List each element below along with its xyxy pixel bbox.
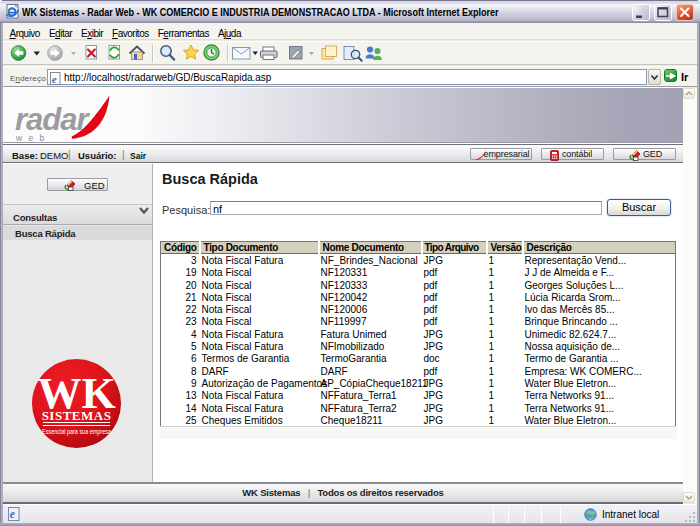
svg-text:e: e: [10, 508, 15, 520]
svg-text:e: e: [52, 73, 57, 85]
